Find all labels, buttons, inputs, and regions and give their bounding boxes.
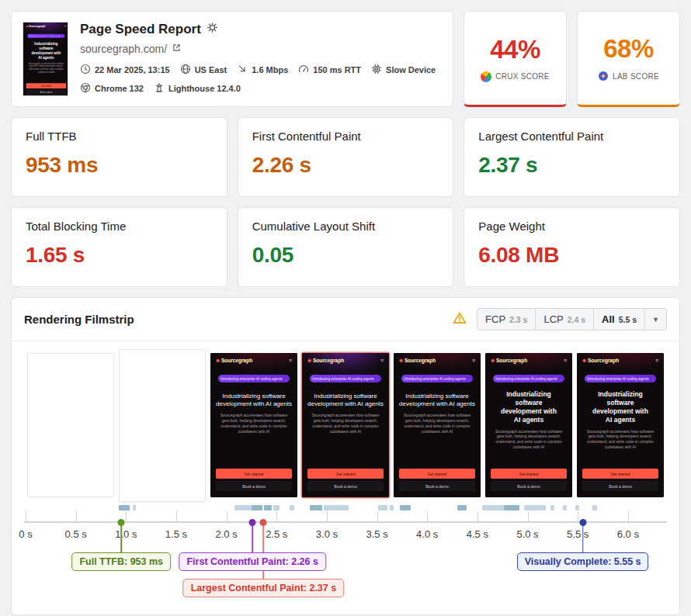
activity-segment [457,505,467,510]
mini-banner-pill: Introducing enterprise AI coding agents … [27,34,64,38]
mini-headline: Industrializing software development wit… [399,393,475,408]
mini-page-screenshot: ✱Sourcegraph≡Introducing enterprise AI c… [394,353,481,497]
activity-segment [592,505,597,510]
config-label: Slow Device [386,65,436,74]
config-item-lighthouse: Lighthouse 12.4.0 [154,82,241,95]
activity-segment [324,505,349,510]
mini-banner-pill: Introducing enterprise AI coding agents … [401,375,472,382]
clock-icon [80,64,91,76]
page-thumbnail[interactable]: ✱Sourcegraph≡Introducing enterprise AI c… [23,22,68,96]
config-label: US East [195,65,227,74]
filmstrip-frame-4[interactable]: ✱Sourcegraph≡Introducing enterprise AI c… [302,353,389,497]
mini-body-text: Sourcegraph accelerates how software get… [26,62,66,73]
filmstrip-frame-1[interactable] [27,353,114,497]
axis-tick-label: 5.5 s [567,528,589,540]
mini-headline: Industrializing software development wit… [26,42,66,60]
timeline-marker-line [252,523,253,552]
metric-title: Full TTFB [26,130,213,143]
axis-tick [327,511,328,521]
activity-segment [504,505,519,510]
metric-title: Cumulative Layout Shift [252,220,439,233]
timeline-marker-dot[interactable] [579,519,586,526]
timeline-marker-label[interactable]: Full TTFB: 953 ms [71,552,171,571]
toggle-segment-lcp[interactable]: LCP 2.4 s [535,309,593,330]
crux-score-label-row: CRUX SCORE [481,71,550,82]
mini-page-screenshot: ✱Sourcegraph≡Introducing enterprise AI c… [302,353,389,497]
mini-banner-pill: Introducing enterprise AI coding agents … [218,375,289,382]
axis-tick-label: 0 s [19,528,32,540]
filmstrip-body: ✱Sourcegraph≡Introducing enterprise AI c… [12,341,679,614]
rendering-filmstrip-card: Rendering Filmstrip FCP 2.3 s LCP 2.4 s … [11,297,680,615]
axis-tick [126,511,127,521]
filmstrip-frame-7[interactable]: ✱Sourcegraph≡Introducing enterprise AI c… [577,353,664,497]
metric-title: Page Weight [478,220,665,233]
mini-body-text: Sourcegraph accelerates how software get… [216,413,292,434]
mini-headline: Industrializing software development wit… [491,390,567,424]
activity-segment [563,505,567,510]
config-item-clock: 22 Mar 2025, 13:15 [80,64,170,76]
segment-label: LCP [543,313,563,325]
hamburger-icon: ≡ [564,358,567,363]
filmstrip-controls: FCP 2.3 s LCP 2.4 s All 5.5 s ▼ [453,308,667,330]
segment-value: 2.3 s [509,315,527,324]
activity-segment [264,505,272,510]
metric-row-1: Full TTFB 953 ms First Contentful Paint … [11,117,680,197]
network-activity-strip [24,505,667,511]
chevron-down-icon[interactable]: ▼ [644,309,666,330]
timeline-marker-label[interactable]: First Contentful Paint: 2.26 s [179,552,325,571]
axis-tick-label: 4.0 s [416,528,438,540]
mini-get-started-button: Get started [26,83,66,88]
mini-page-screenshot: ✱Sourcegraph≡Introducing enterprise AI c… [23,22,68,96]
page-url-row: sourcegraph.com/ [80,43,442,55]
settings-gear-icon[interactable] [207,22,218,37]
external-link-icon[interactable] [172,43,182,55]
filmstrip-frame-3[interactable]: ✱Sourcegraph≡Introducing enterprise AI c… [210,353,297,497]
axis-tick-label: 1.5 s [165,528,187,540]
mini-book-demo-button: Book a demo [216,481,292,491]
filmstrip-frame-5[interactable]: ✱Sourcegraph≡Introducing enterprise AI c… [394,353,481,497]
gauge-icon [298,64,309,76]
sourcegraph-mark-icon: ✱ [582,358,586,363]
segment-label: All [602,313,615,325]
config-label: Chrome 132 [95,84,144,93]
timeline-marker-labels: Full TTFB: 953 msFirst Contentful Paint:… [24,543,667,605]
mini-body-text: Sourcegraph accelerates how software get… [491,429,567,450]
toggle-segment-all[interactable]: All 5.5 s [593,309,644,330]
warning-icon[interactable] [453,311,467,328]
config-item-gauge: 150 ms RTT [298,64,361,76]
lab-score-label: LAB SCORE [613,72,659,81]
filmstrip-title: Rendering Filmstrip [24,313,134,326]
sourcegraph-mark-icon: ✱ [307,358,311,363]
segment-label: FCP [485,313,505,325]
filmstrip-range-toggle: FCP 2.3 s LCP 2.4 s All 5.5 s ▼ [477,308,667,330]
axis-tick-label: 4.5 s [467,528,488,540]
activity-segment [482,505,504,510]
report-header-info: Page Speed Report sourcegraph.com/ 22 Ma… [80,22,442,96]
timeline-marker-label[interactable]: Visually Complete: 5.55 s [517,552,649,571]
timeline-marker-label[interactable]: Largest Contentful Paint: 2.37 s [183,579,345,597]
page-title-row: Page Speed Report [80,22,442,37]
mini-logo: ✱Sourcegraph [216,358,252,363]
axis-tick [377,511,378,521]
crux-score-value: 44% [490,35,540,64]
page-url[interactable]: sourcegraph.com/ [80,43,167,55]
activity-segment [310,505,322,510]
toggle-segment-fcp[interactable]: FCP 2.3 s [477,309,535,330]
timeline-marker-dot[interactable] [260,519,267,526]
axis-tick-label: 6.0 s [617,528,639,540]
timeline-marker-dot[interactable] [118,519,125,526]
timeline-marker-dot[interactable] [249,519,256,526]
axis-tick-label: 5.0 s [516,528,538,540]
activity-segment [119,505,130,510]
mini-book-demo-button: Book a demo [26,90,66,95]
mini-book-demo-button: Book a demo [399,481,475,491]
chrome-icon [80,82,91,95]
hamburger-icon: ≡ [380,358,384,363]
sourcegraph-mark-icon: ✱ [399,358,403,363]
mini-headline: Industrializing software development wit… [307,393,384,408]
filmstrip-frame-6[interactable]: ✱Sourcegraph≡Introducing enterprise AI c… [485,353,572,497]
crux-score-card: 44% CRUX SCORE [464,11,567,107]
metric-value: 6.08 MB [478,243,665,268]
lab-score-value: 68% [603,34,654,64]
filmstrip-frame-2[interactable] [119,349,206,502]
